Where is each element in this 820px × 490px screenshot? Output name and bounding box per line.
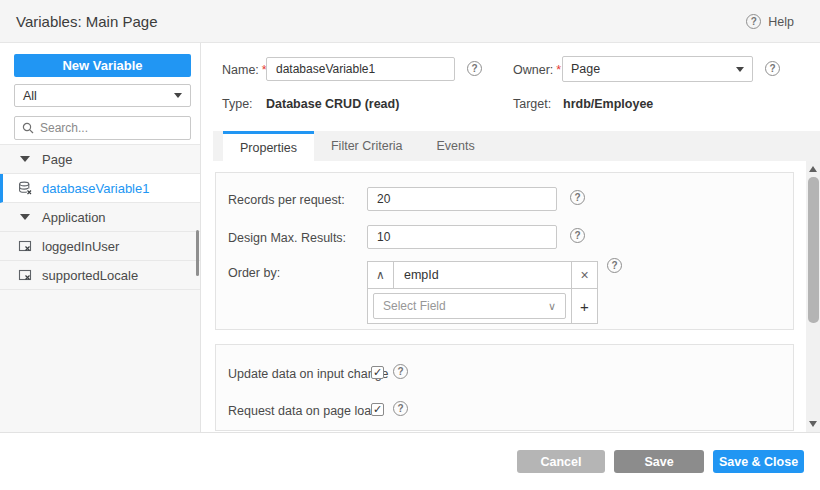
page-title: Variables: Main Page xyxy=(16,13,157,30)
content-scrollbar[interactable] xyxy=(806,161,820,432)
help-label: Help xyxy=(768,15,794,29)
add-field-button[interactable]: + xyxy=(571,289,597,323)
tree-item-loggedinuser[interactable]: loggedInUser xyxy=(0,232,200,261)
request-data-checkbox[interactable]: ✓ xyxy=(371,403,384,416)
records-per-request-label: Records per request: xyxy=(228,193,345,207)
design-max-results-input[interactable]: 10 xyxy=(367,225,557,249)
scroll-down-icon[interactable] xyxy=(809,421,817,427)
scrollbar-thumb[interactable] xyxy=(808,177,819,323)
select-field-placeholder: Select Field xyxy=(383,299,446,313)
help-icon: ? xyxy=(746,14,761,29)
sidebar-scrollbar-thumb[interactable] xyxy=(196,230,199,276)
remove-icon: × xyxy=(580,267,588,283)
owner-select[interactable]: Page xyxy=(562,56,753,82)
sort-up-icon: ∧ xyxy=(376,268,385,282)
cancel-button[interactable]: Cancel xyxy=(517,450,605,473)
database-variable-icon xyxy=(18,181,32,195)
request-data-label: Request data on page load xyxy=(228,404,378,418)
records-per-request-input[interactable]: 20 xyxy=(367,187,557,211)
request-data-help-icon[interactable]: ? xyxy=(393,401,408,416)
update-data-help-icon[interactable]: ? xyxy=(393,364,408,379)
search-placeholder: Search... xyxy=(40,121,88,135)
new-variable-button[interactable]: New Variable xyxy=(14,54,191,77)
type-label: Type: xyxy=(222,97,253,111)
name-help-icon[interactable]: ? xyxy=(467,61,482,76)
tree-item-databasevariable1[interactable]: databaseVariable1 xyxy=(0,174,200,203)
variable-filter-value: All xyxy=(23,89,37,103)
dropdown-arrow-icon xyxy=(736,67,744,72)
collapse-arrow-icon[interactable] xyxy=(20,214,30,220)
tab-filter-criteria[interactable]: Filter Criteria xyxy=(314,131,420,161)
variable-search-input[interactable]: Search... xyxy=(14,116,191,140)
collapse-arrow-icon[interactable] xyxy=(20,156,30,162)
scroll-up-icon[interactable] xyxy=(809,166,817,172)
plus-icon: + xyxy=(580,298,589,315)
dialog-footer: Cancel Save Save & Close xyxy=(0,432,820,490)
design-max-results-label: Design Max. Results: xyxy=(228,231,346,245)
remove-field-button[interactable]: × xyxy=(571,262,597,288)
name-input[interactable]: databaseVariable1 xyxy=(266,57,455,81)
required-marker: * xyxy=(556,63,561,77)
owner-label: Owner:* xyxy=(513,63,561,77)
dropdown-arrow-icon xyxy=(174,93,182,98)
variable-icon xyxy=(18,239,32,253)
tree-item-supportedlocale[interactable]: supportedLocale xyxy=(0,261,200,290)
variables-tree: Page databaseVariable1 Application xyxy=(0,144,200,432)
target-value: hrdb/Employee xyxy=(563,97,653,111)
variable-icon xyxy=(18,268,32,282)
design-max-results-help-icon[interactable]: ? xyxy=(570,228,585,243)
order-by-editor: ∧ empId × Select Field ∨ + xyxy=(367,261,598,324)
type-value: Database CRUD (read) xyxy=(266,97,399,111)
name-label: Name:* xyxy=(222,63,267,77)
order-by-help-icon[interactable]: ? xyxy=(607,258,622,273)
owner-help-icon[interactable]: ? xyxy=(765,61,780,76)
tab-properties[interactable]: Properties xyxy=(223,131,314,161)
update-data-checkbox[interactable]: ✓ xyxy=(371,366,384,379)
variable-filter-select[interactable]: All xyxy=(14,84,191,107)
help-button[interactable]: ? Help xyxy=(746,14,794,29)
records-per-request-help-icon[interactable]: ? xyxy=(570,190,585,205)
search-icon xyxy=(22,122,34,134)
properties-panel: Records per request: 20 ? Design Max. Re… xyxy=(213,161,806,432)
save-button[interactable]: Save xyxy=(614,450,704,473)
select-field-wrap: Select Field ∨ xyxy=(368,289,571,323)
order-by-field-value[interactable]: empId xyxy=(394,262,571,288)
order-by-add-row: Select Field ∨ + xyxy=(368,289,597,323)
check-icon: ✓ xyxy=(373,367,382,378)
target-label: Target: xyxy=(513,97,551,111)
tree-group-page[interactable]: Page xyxy=(0,145,200,174)
select-field-dropdown[interactable]: Select Field ∨ xyxy=(373,293,566,319)
order-by-entry-row: ∧ empId × xyxy=(368,262,597,289)
save-and-close-button[interactable]: Save & Close xyxy=(713,450,804,473)
check-icon: ✓ xyxy=(373,404,382,415)
chevron-down-icon: ∨ xyxy=(548,300,556,313)
tab-bar: Properties Filter Criteria Events xyxy=(213,131,820,161)
order-by-label: Order by: xyxy=(228,266,280,280)
tree-group-application[interactable]: Application xyxy=(0,203,200,232)
variables-sidebar: New Variable All Search... Page xyxy=(0,43,201,432)
sort-direction-button[interactable]: ∧ xyxy=(368,262,394,288)
update-data-label: Update data on input change xyxy=(228,367,389,381)
title-bar: Variables: Main Page ? Help xyxy=(0,0,820,43)
tab-events[interactable]: Events xyxy=(420,131,492,161)
